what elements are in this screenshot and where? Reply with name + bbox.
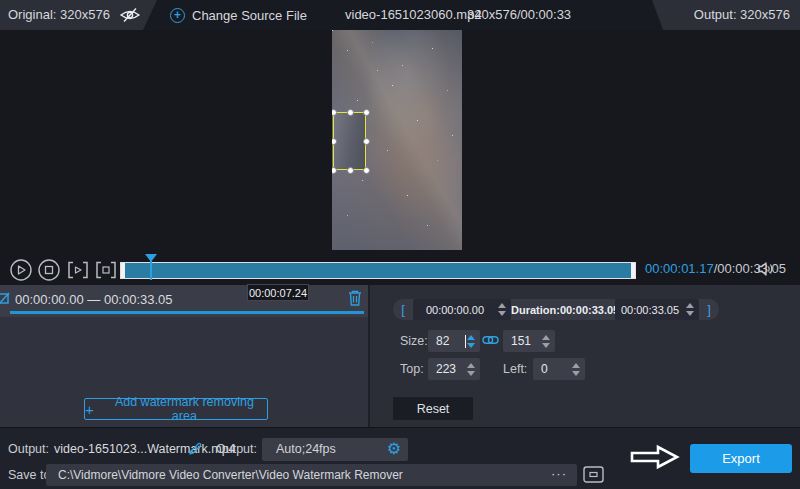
link-icon: [482, 333, 499, 347]
segment-stop-button[interactable]: [94, 259, 118, 284]
preview-toggle-button[interactable]: [118, 7, 142, 23]
size-height-stepper[interactable]: [541, 335, 555, 348]
selection-handle-top-left[interactable]: [332, 109, 337, 116]
arrow-down-icon[interactable]: [467, 371, 475, 376]
top-stepper[interactable]: [466, 363, 480, 376]
plus-circle-icon: +: [170, 8, 185, 23]
gear-icon[interactable]: ⚙: [387, 439, 401, 458]
top-bar: Original: 320x576 + Change Source File v…: [0, 0, 800, 30]
browse-button[interactable]: ···: [551, 464, 567, 486]
end-time-stepper[interactable]: [685, 303, 699, 316]
change-source-file-button[interactable]: + Change Source File: [170, 0, 307, 30]
selection-handle-mid-right[interactable]: [363, 138, 370, 145]
open-folder-button[interactable]: [583, 465, 604, 487]
original-resolution-label: Original: 320x576: [8, 0, 110, 30]
output-format-value: Auto;24fps: [276, 442, 336, 456]
transport-bar: 00:00:01.17/00:00:33.05: [0, 252, 800, 285]
current-time: 00:00:01.17: [645, 261, 714, 276]
add-watermark-area-button[interactable]: + Add watermark removing area: [84, 398, 268, 420]
duration-label: Duration:00:00:33.05: [511, 304, 615, 316]
add-watermark-area-label: Add watermark removing area: [102, 395, 267, 423]
eye-off-icon: [118, 11, 142, 26]
output-resolution-label: Output: 320x576: [694, 0, 790, 30]
selection-handle-mid-left[interactable]: [332, 138, 337, 145]
end-time-input[interactable]: 00:00:33.05: [615, 299, 699, 320]
save-path-value: C:\Vidmore\Vidmore Video Converter\Video…: [58, 468, 403, 482]
start-time-input[interactable]: 00:00:00.00: [413, 299, 511, 320]
top-value: 223: [428, 362, 466, 376]
arrow-up-icon[interactable]: [467, 335, 475, 340]
arrow-up-icon[interactable]: [686, 303, 694, 308]
arrow-down-icon[interactable]: [467, 343, 475, 348]
arrow-up-icon[interactable]: [498, 303, 506, 308]
source-resolution-duration: 320x576/00:00:33: [467, 0, 571, 30]
starfield-decor: [332, 30, 333, 31]
watermark-entry-row[interactable]: 00:00:00.00 — 00:00:33.05: [0, 285, 368, 317]
set-end-bracket-button[interactable]: ]: [699, 302, 719, 317]
size-height-input[interactable]: 151: [503, 330, 555, 352]
delete-watermark-button[interactable]: [347, 289, 363, 310]
reset-button[interactable]: Reset: [393, 397, 473, 420]
left-stepper[interactable]: [571, 363, 585, 376]
left-value: 0: [533, 362, 571, 376]
selection-handle-bottom-mid[interactable]: [347, 167, 354, 174]
source-filename: video-1651023060.mp4: [345, 0, 482, 30]
watermark-edit-panel: [ 00:00:00.00 Duration:00:00:33.05 00:00…: [370, 285, 800, 427]
arrow-down-icon[interactable]: [498, 311, 506, 316]
end-time-value: 00:00:33.05: [615, 304, 685, 316]
selection-handle-top-mid[interactable]: [347, 109, 354, 116]
export-button[interactable]: Export: [690, 444, 792, 473]
start-time-value: 00:00:00.00: [413, 304, 497, 316]
volume-button[interactable]: [757, 261, 775, 277]
video-watermark-remover-window: Original: 320x576 + Change Source File v…: [0, 0, 800, 489]
output-name-label: Output:: [8, 442, 49, 456]
size-width-stepper[interactable]: [466, 335, 480, 348]
bottom-bar: Output: video-1651023...Watermark.mp4 Ou…: [0, 427, 800, 489]
left-label: Left:: [503, 362, 527, 376]
arrow-down-icon[interactable]: [686, 311, 694, 316]
rename-button[interactable]: [188, 441, 203, 459]
arrow-up-icon[interactable]: [542, 335, 550, 340]
total-time: /00:00:33.05: [714, 261, 786, 276]
pencil-icon: [188, 441, 203, 456]
time-range-bar: [ 00:00:00.00 Duration:00:00:33.05 00:00…: [393, 299, 719, 320]
aspect-link-toggle[interactable]: [482, 333, 499, 350]
playhead-line: [150, 261, 152, 280]
start-time-stepper[interactable]: [497, 303, 511, 316]
play-button[interactable]: [10, 259, 32, 284]
speaker-icon: [757, 265, 775, 280]
watermark-entry-duration-track[interactable]: [10, 311, 364, 314]
arrow-up-icon[interactable]: [572, 363, 580, 368]
selection-handle-bottom-left[interactable]: [332, 167, 337, 174]
timeline-start-handle[interactable]: [121, 263, 125, 278]
arrow-down-icon[interactable]: [572, 371, 580, 376]
plus-icon: +: [85, 402, 94, 417]
timeline-hover-tooltip: 00:00:07.24: [247, 284, 309, 301]
set-start-bracket-button[interactable]: [: [393, 302, 413, 317]
top-label: Top:: [400, 362, 424, 376]
watermark-list-panel: 00:00:00.00 — 00:00:33.05 + Add watermar…: [0, 285, 368, 427]
segment-play-button[interactable]: [66, 259, 90, 284]
size-label: Size:: [400, 334, 428, 348]
output-format-label: Output:: [216, 442, 257, 456]
size-width-value: 82: [428, 334, 464, 348]
annotation-arrow: [630, 444, 680, 473]
video-stage: [0, 30, 800, 252]
selection-handle-top-right[interactable]: [363, 109, 370, 116]
left-input[interactable]: 0: [533, 358, 585, 380]
trash-icon: [347, 289, 363, 307]
timeline-scrubber[interactable]: [120, 262, 636, 279]
arrow-down-icon[interactable]: [542, 343, 550, 348]
stop-button[interactable]: [38, 259, 60, 284]
selection-handle-bottom-right[interactable]: [363, 167, 370, 174]
watermark-entry-range: 00:00:00.00 — 00:00:33.05: [15, 292, 173, 307]
save-path-input[interactable]: C:\Vidmore\Vidmore Video Converter\Video…: [46, 464, 577, 486]
output-format-select[interactable]: Auto;24fps ⚙: [262, 438, 408, 461]
size-height-value: 151: [503, 334, 541, 348]
size-width-input[interactable]: 82: [428, 330, 480, 352]
arrow-up-icon[interactable]: [467, 363, 475, 368]
watermark-selection-rect[interactable]: [333, 112, 366, 170]
top-input[interactable]: 223: [428, 358, 480, 380]
folder-icon: [583, 465, 604, 484]
timeline-end-handle[interactable]: [631, 263, 635, 278]
